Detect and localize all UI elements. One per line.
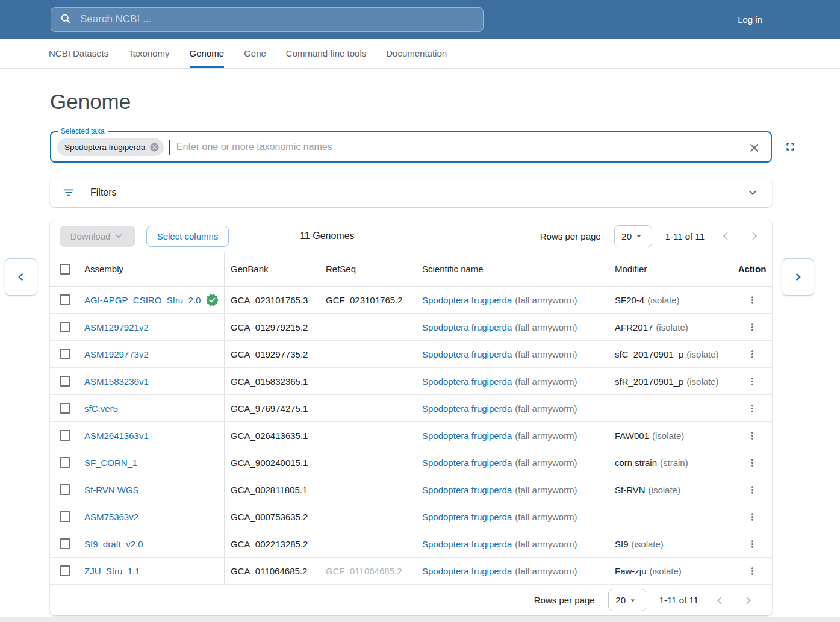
taxa-input[interactable] [175, 141, 739, 153]
modifier-type: (isolate) [686, 349, 718, 359]
fullscreen-icon[interactable] [784, 140, 797, 153]
row-checkbox[interactable] [60, 484, 70, 495]
genbank-accession: GCA_002213285.2 [224, 530, 320, 557]
scientific-name-link[interactable]: Spodoptera frugiperda [422, 566, 512, 576]
assembly-link[interactable]: ASM75363v2 [84, 512, 138, 522]
row-checkbox[interactable] [60, 376, 70, 387]
rows-per-page-select[interactable]: 20 [614, 225, 652, 247]
clear-taxa-icon[interactable] [747, 141, 761, 155]
triangle-down-icon [627, 595, 638, 606]
selected-taxa-field[interactable]: Selected taxa Spodoptera frugiperda [50, 131, 772, 163]
row-checkbox[interactable] [60, 538, 70, 549]
assembly-link[interactable]: Sf9_draft_v2.0 [84, 539, 143, 549]
page-title: Genome [50, 89, 772, 115]
scientific-name-link[interactable]: Spodoptera frugiperda [422, 322, 512, 332]
tab-gene[interactable]: Gene [244, 39, 266, 68]
select-columns-button[interactable]: Select columns [146, 226, 229, 247]
main-nav: NCBI Datasets Taxonomy Genome Gene Comma… [0, 39, 840, 69]
common-name: (fall armyworm) [515, 458, 577, 468]
scientific-name-link[interactable]: Spodoptera frugiperda [422, 431, 512, 441]
row-actions-menu[interactable] [744, 400, 761, 417]
assembly-link[interactable]: AGI-APGP_CSIRO_Sfru_2.0 [84, 295, 201, 305]
row-actions-menu[interactable] [744, 563, 761, 579]
select-all-checkbox[interactable] [60, 264, 70, 275]
assembly-link[interactable]: ZJU_Sfru_1.1 [84, 566, 140, 576]
tab-documentation[interactable]: Documentation [386, 39, 447, 68]
assembly-link[interactable]: sfC.ver5 [84, 403, 118, 414]
row-checkbox[interactable] [60, 565, 70, 576]
table-row: ZJU_Sfru_1.1 GCA_011064685.2 GCF_0110646… [50, 558, 772, 585]
previous-page-button[interactable] [712, 592, 727, 608]
taxon-chip[interactable]: Spodoptera frugiperda [57, 138, 164, 156]
scientific-name-link[interactable]: Spodoptera frugiperda [422, 403, 512, 414]
table-toolbar: Download Select columns 11 Genomes Rows … [50, 220, 772, 252]
page-bottom-edge [0, 617, 840, 622]
modifier-value: Sf9 [615, 539, 629, 549]
scroll-left-button[interactable] [5, 258, 37, 296]
row-actions-menu[interactable] [744, 319, 761, 335]
next-page-button[interactable] [741, 592, 756, 608]
scientific-name-link[interactable]: Spodoptera frugiperda [422, 376, 512, 387]
tab-command-line-tools[interactable]: Command-line tools [286, 39, 366, 68]
assembly-link[interactable]: ASM1583236v1 [84, 376, 149, 387]
filter-icon [62, 186, 75, 199]
row-checkbox[interactable] [60, 457, 70, 468]
column-header-refseq: RefSeq [320, 252, 416, 286]
row-checkbox[interactable] [60, 294, 70, 305]
genbank-accession: GCA_019297735.2 [224, 341, 320, 367]
scientific-name-link[interactable]: Spodoptera frugiperda [422, 539, 512, 549]
assembly-link[interactable]: ASM1297921v2 [84, 322, 149, 332]
row-actions-menu[interactable] [744, 292, 761, 308]
row-actions-menu[interactable] [744, 482, 761, 498]
range-label: 1-11 of 11 [665, 231, 705, 241]
column-header-scientific-name: Scientific name [416, 252, 609, 286]
assembly-link[interactable]: ASM2641363v1 [84, 431, 149, 441]
assembly-link[interactable]: ASM1929773v2 [84, 349, 149, 359]
login-button[interactable]: Log in [734, 14, 766, 25]
tab-taxonomy[interactable]: Taxonomy [128, 39, 169, 68]
refseq-accession [320, 530, 416, 557]
scientific-name-link[interactable]: Spodoptera frugiperda [422, 485, 512, 495]
row-actions-menu[interactable] [744, 346, 761, 362]
scientific-name-link[interactable]: Spodoptera frugiperda [422, 349, 512, 359]
scientific-name-link[interactable]: Spodoptera frugiperda [422, 458, 512, 468]
row-actions-menu[interactable] [744, 536, 761, 552]
modifier-value: SF20-4 [615, 295, 644, 305]
tab-genome[interactable]: Genome [190, 39, 225, 68]
scientific-name-link[interactable]: Spodoptera frugiperda [422, 512, 512, 522]
download-button[interactable]: Download [60, 226, 135, 247]
row-checkbox[interactable] [60, 349, 70, 359]
scientific-name-link[interactable]: Spodoptera frugiperda [422, 295, 512, 305]
modifier-type: (isolate) [649, 485, 680, 495]
modifier-type: (isolate) [647, 295, 679, 305]
row-checkbox[interactable] [60, 511, 70, 522]
ncbi-search-bar[interactable] [51, 7, 484, 32]
assembly-link[interactable]: Sf-RVN WGS [84, 485, 139, 495]
previous-page-button[interactable] [718, 228, 733, 244]
table-header-row: Assembly GenBank RefSeq Scientific name … [50, 252, 772, 287]
assembly-link[interactable]: SF_CORN_1 [84, 458, 137, 468]
filters-panel[interactable]: Filters [50, 178, 772, 207]
row-actions-menu[interactable] [744, 455, 761, 471]
triangle-down-icon [633, 231, 644, 241]
rows-per-page-select[interactable]: 20 [608, 589, 646, 611]
search-input[interactable] [79, 13, 474, 26]
refseq-accession: GCF_011064685.2 [320, 558, 416, 584]
chevron-down-icon[interactable] [745, 185, 760, 200]
row-actions-menu[interactable] [744, 373, 761, 390]
text-cursor [169, 140, 170, 155]
common-name: (fall armyworm) [515, 349, 577, 359]
row-checkbox[interactable] [60, 403, 70, 414]
row-checkbox[interactable] [60, 322, 70, 332]
column-header-assembly: Assembly [84, 264, 123, 274]
row-actions-menu[interactable] [744, 428, 761, 444]
tab-ncbi-datasets[interactable]: NCBI Datasets [49, 39, 108, 68]
next-page-button[interactable] [747, 228, 762, 244]
row-checkbox[interactable] [60, 430, 70, 441]
row-actions-menu[interactable] [744, 509, 761, 525]
genbank-accession: GCA_976974275.1 [224, 395, 320, 421]
table-row: SF_CORN_1 GCA_900240015.1 Spodoptera fru… [50, 449, 772, 476]
table-row: Sf9_draft_v2.0 GCA_002213285.2 Spodopter… [50, 530, 772, 558]
chip-remove-icon[interactable] [149, 142, 160, 152]
scroll-right-button[interactable] [782, 258, 814, 296]
